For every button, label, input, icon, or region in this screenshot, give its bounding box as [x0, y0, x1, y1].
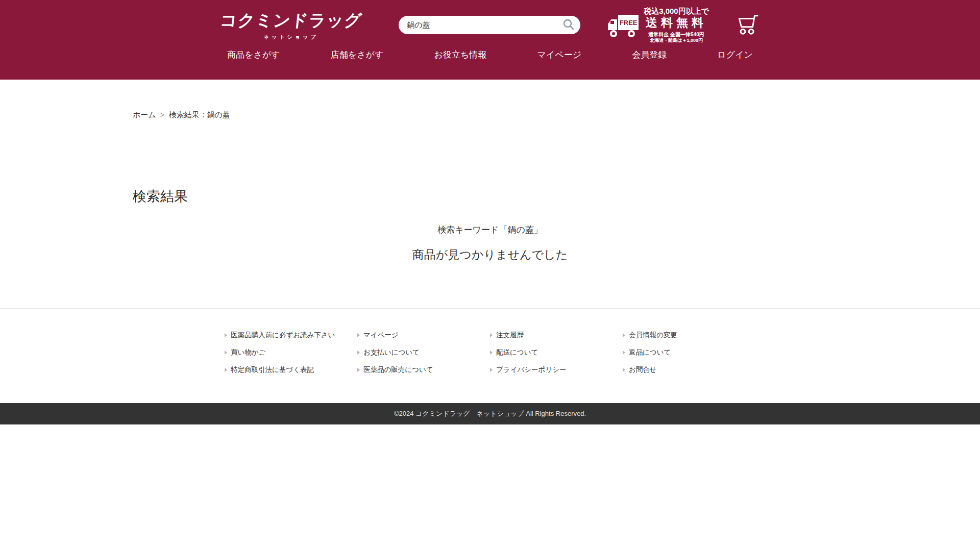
breadcrumb: ホーム>検索結果：鍋の蓋 — [133, 80, 847, 120]
copyright-bar: ©2024 コクミンドラッグ ネットショップ All Rights Reserv… — [0, 403, 980, 424]
truck-icon: FREE — [608, 13, 639, 37]
search-box — [399, 16, 580, 34]
footer-column-3: 注文履歴 配送について プライバシーポリシー — [490, 331, 623, 373]
site-logo[interactable]: コクミンドラッグ ネットショップ — [220, 9, 362, 41]
breadcrumb-home-link[interactable]: ホーム — [133, 110, 156, 119]
nav-item-product-search[interactable]: 商品をさがす — [227, 49, 280, 61]
chevron-right-icon — [623, 333, 625, 337]
breadcrumb-current: 検索結果：鍋の蓋 — [168, 110, 230, 119]
page-title: 検索結果 — [133, 187, 847, 206]
search-button[interactable] — [562, 18, 575, 32]
nav-item-member-registration[interactable]: 会員登録 — [632, 49, 667, 61]
chevron-right-icon — [225, 333, 227, 337]
header-top-row: コクミンドラッグ ネットショップ FREE 税 — [0, 0, 980, 40]
footer-links-section: 医薬品購入前に必ずお読み下さい 買い物かご 特定商取引法に基づく表記 マイページ… — [0, 308, 980, 403]
no-results-message: 商品が見つかりませんでした — [133, 247, 847, 263]
logo-title: コクミンドラッグ — [219, 9, 363, 32]
footer-column-2: マイページ お支払いについて 医薬品の販売について — [357, 331, 490, 373]
footer-column-4: 会員情報の変更 返品について お問合せ — [623, 331, 755, 373]
free-shipping-banner: FREE 税込3,000円以上で 送料無料 通常料金 全国一律540円 北海道・… — [608, 7, 709, 43]
cart-button[interactable] — [736, 13, 760, 37]
footer-link-privacy-policy[interactable]: プライバシーポリシー — [490, 366, 623, 373]
chevron-right-icon — [490, 333, 493, 337]
chevron-right-icon — [357, 333, 360, 337]
logo-subtitle: ネットショップ — [220, 34, 362, 41]
shipping-normal-fee: 通常料金 全国一律540円 — [644, 32, 709, 38]
footer-link-my-page[interactable]: マイページ — [357, 331, 490, 339]
site-footer: 医薬品購入前に必ずお読み下さい 買い物かご 特定商取引法に基づく表記 マイページ… — [0, 308, 980, 424]
footer-link-order-history[interactable]: 注文履歴 — [490, 331, 623, 339]
footer-link-member-info-change[interactable]: 会員情報の変更 — [623, 331, 755, 339]
footer-link-shopping-cart[interactable]: 買い物かご — [225, 348, 357, 356]
main-nav: 商品をさがす 店舗をさがす お役立ち情報 マイページ 会員登録 ログイン — [227, 49, 753, 61]
footer-link-payment-info[interactable]: お支払いについて — [357, 348, 490, 356]
search-input[interactable] — [399, 16, 580, 34]
chevron-right-icon — [623, 368, 625, 372]
footer-link-legal-notice[interactable]: 特定商取引法に基づく表記 — [225, 366, 357, 373]
search-icon — [562, 24, 575, 32]
site-header: コクミンドラッグ ネットショップ FREE 税 — [0, 0, 980, 80]
chevron-right-icon — [225, 368, 227, 372]
cart-icon — [736, 30, 760, 37]
nav-item-my-page[interactable]: マイページ — [537, 49, 581, 61]
search-keyword-line: 検索キーワード「鍋の蓋」 — [133, 224, 847, 236]
footer-link-returns-info[interactable]: 返品について — [623, 348, 755, 356]
footer-link-contact[interactable]: お問合せ — [623, 366, 755, 373]
chevron-right-icon — [357, 350, 360, 355]
shipping-text: 税込3,000円以上で 送料無料 通常料金 全国一律540円 北海道・離島は＋1… — [644, 7, 709, 43]
nav-item-useful-info[interactable]: お役立ち情報 — [434, 49, 487, 61]
chevron-right-icon — [623, 350, 625, 355]
chevron-right-icon — [490, 368, 493, 372]
shipping-free-label: 送料無料 — [644, 16, 709, 29]
copyright-text: ©2024 コクミンドラッグ ネットショップ All Rights Reserv… — [394, 410, 586, 417]
chevron-right-icon — [225, 350, 227, 355]
footer-link-medicine-purchase-notice[interactable]: 医薬品購入前に必ずお読み下さい — [225, 331, 357, 339]
breadcrumb-separator: > — [160, 110, 165, 119]
footer-link-delivery-info[interactable]: 配送について — [490, 348, 623, 356]
shipping-remote-fee: 北海道・離島は＋1,000円 — [644, 38, 709, 43]
truck-free-label: FREE — [620, 19, 638, 27]
chevron-right-icon — [490, 350, 493, 355]
nav-item-login[interactable]: ログイン — [717, 49, 753, 61]
chevron-right-icon — [357, 368, 360, 372]
main-content: ホーム>検索結果：鍋の蓋 検索結果 検索キーワード「鍋の蓋」 商品が見つかりませ… — [0, 80, 980, 308]
nav-item-store-search[interactable]: 店舗をさがす — [331, 49, 384, 61]
shipping-threshold: 税込3,000円以上で — [644, 7, 709, 15]
footer-link-medicine-sales-info[interactable]: 医薬品の販売について — [357, 366, 490, 373]
footer-column-1: 医薬品購入前に必ずお読み下さい 買い物かご 特定商取引法に基づく表記 — [225, 331, 357, 373]
